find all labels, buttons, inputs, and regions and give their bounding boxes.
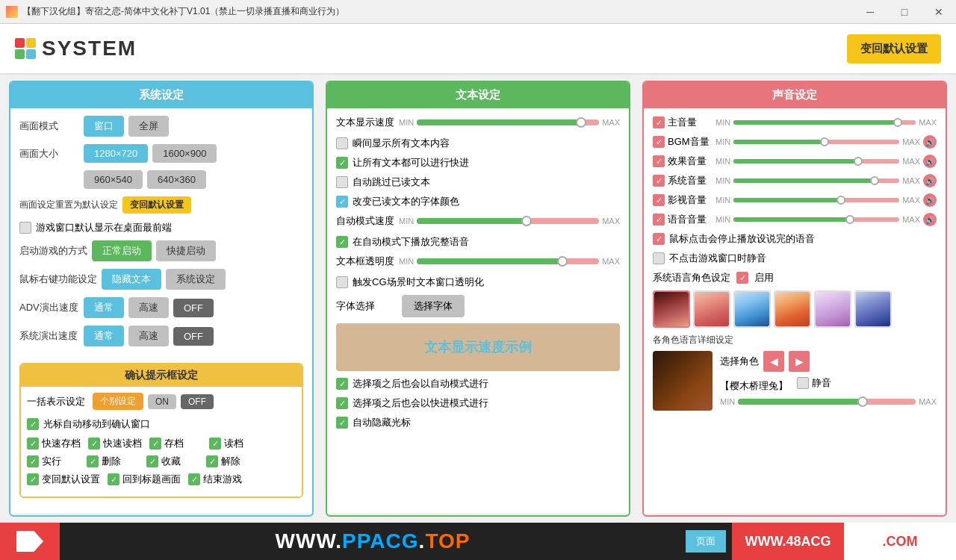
sfx-vol-checkbox[interactable]: ✓ (653, 155, 665, 167)
auto-cursor-label: 光标自动移动到确认窗口 (43, 417, 150, 431)
save-checkbox[interactable]: ✓ (149, 438, 161, 449)
dialog-off-button[interactable]: OFF (181, 394, 214, 409)
skip-checkbox[interactable]: ✓ (336, 157, 348, 169)
quick-start-button[interactable]: 快捷启动 (156, 240, 216, 261)
delete-checkbox[interactable]: ✓ (87, 455, 99, 467)
fav-checkbox[interactable]: ✓ (146, 455, 158, 467)
size-1600-button[interactable]: 1600×900 (152, 144, 217, 163)
hide-text-button[interactable]: 隐藏文本 (102, 269, 161, 290)
quit-checkbox[interactable]: ✓ (188, 473, 200, 485)
quickload-checkbox[interactable]: ✓ (88, 438, 100, 449)
adv-fast-button[interactable]: 高速 (128, 297, 169, 318)
char-mute-checkbox[interactable] (797, 377, 809, 389)
adv-normal-button[interactable]: 通常 (84, 297, 124, 318)
transparency-thumb[interactable] (557, 256, 568, 267)
full-voice-label: 在自动模式下播放完整语音 (353, 235, 469, 249)
sys-off-button[interactable]: OFF (173, 327, 214, 346)
fullscreen-button[interactable]: 全屏 (128, 116, 169, 137)
header-default-button[interactable]: 变回默认设置 (847, 34, 941, 63)
movie-vol-thumb[interactable] (836, 196, 845, 205)
transparency-track[interactable] (417, 258, 599, 264)
cg-transparent-checkbox[interactable] (336, 276, 348, 288)
avatar-5[interactable] (814, 290, 851, 328)
voice-vol-track[interactable] (733, 217, 899, 222)
text-speed-track[interactable] (417, 119, 599, 125)
title-checkbox[interactable]: ✓ (108, 473, 120, 485)
text-speed-thumb[interactable] (576, 117, 586, 128)
char-lang-enable-checkbox[interactable]: ✓ (736, 272, 748, 284)
master-vol-track[interactable] (733, 120, 916, 125)
movie-vol-checkbox[interactable]: ✓ (653, 194, 665, 206)
sys-fast-button[interactable]: 高速 (128, 326, 169, 346)
font-select-row: 字体选择 选择字体 (336, 295, 620, 317)
color-read-checkbox[interactable]: ✓ (336, 196, 348, 208)
hide-cursor-checkbox[interactable]: ✓ (336, 417, 348, 429)
char-lang-enable-label: 启用 (754, 271, 774, 284)
avatar-3[interactable] (733, 290, 771, 328)
minimize-button[interactable]: ─ (853, 0, 887, 24)
char-prev-button[interactable]: ◀ (763, 351, 784, 372)
avatar-2[interactable] (693, 290, 730, 328)
auto-skip-checkbox[interactable] (336, 176, 348, 188)
execute-checkbox[interactable]: ✓ (27, 455, 39, 467)
master-vol-row: ✓ 主音量 MIN MAX (653, 116, 937, 129)
movie-vol-track[interactable] (733, 198, 899, 202)
close-button[interactable]: ✕ (922, 0, 956, 24)
bgm-vol-row: ✓ BGM音量 MIN MAX 🔊 (653, 135, 937, 149)
instant-display-checkbox[interactable] (336, 137, 348, 149)
sys-speaker-icon[interactable]: 🔊 (923, 174, 937, 187)
sfx-vol-track[interactable] (733, 159, 899, 164)
avatar-1[interactable] (653, 290, 690, 328)
master-vol-checkbox[interactable]: ✓ (653, 116, 665, 128)
cancel-checkbox[interactable]: ✓ (206, 455, 218, 467)
page-button[interactable]: 页面 (686, 530, 726, 553)
screen-mode-label: 画面模式 (19, 119, 79, 133)
normal-start-button[interactable]: 正常启动 (92, 240, 152, 261)
voice-speaker-icon[interactable]: 🔊 (923, 213, 937, 226)
sys-vol-track[interactable] (733, 178, 899, 183)
size-640-button[interactable]: 640×360 (147, 170, 206, 189)
char-vol-track[interactable] (738, 399, 916, 405)
auto-mode-select-checkbox[interactable]: ✓ (336, 378, 348, 390)
voice-vol-checkbox[interactable]: ✓ (653, 214, 665, 225)
mute-bg-checkbox[interactable] (653, 252, 665, 264)
load-checkbox[interactable]: ✓ (209, 438, 221, 449)
custom-setting-button[interactable]: 个别设定 (93, 393, 143, 410)
maximize-button[interactable]: □ (887, 0, 922, 24)
movie-speaker-icon[interactable]: 🔊 (923, 193, 937, 207)
reset-default-button[interactable]: 变回默认设置 (122, 196, 191, 214)
adv-off-button[interactable]: OFF (173, 299, 214, 317)
avatar-6[interactable] (854, 290, 892, 328)
system-settings-body: 画面模式 窗口 全屏 画面大小 1280×720 1600×900 960×54… (10, 108, 312, 513)
full-voice-checkbox[interactable]: ✓ (336, 236, 348, 248)
bgm-vol-checkbox[interactable]: ✓ (653, 136, 665, 148)
size-1280-button[interactable]: 1280×720 (84, 144, 148, 163)
sys-normal-button[interactable]: 通常 (84, 326, 124, 346)
bgm-vol-thumb[interactable] (820, 137, 829, 146)
size-960-button[interactable]: 960×540 (84, 170, 143, 189)
sys-setting-button[interactable]: 系统设定 (166, 269, 226, 290)
font-select-button[interactable]: 选择字体 (402, 295, 465, 317)
footer-middle: WWW.PPACG.TOP (60, 529, 686, 553)
quicksave-checkbox[interactable]: ✓ (27, 438, 39, 449)
sys-vol-thumb[interactable] (870, 176, 879, 185)
char-vol-thumb[interactable] (857, 396, 868, 407)
sfx-vol-thumb[interactable] (854, 157, 863, 166)
auto-speed-thumb[interactable] (521, 216, 532, 226)
quick-mode-select-checkbox[interactable]: ✓ (336, 397, 348, 409)
voice-vol-thumb[interactable] (845, 215, 854, 224)
window-mode-button[interactable]: 窗口 (84, 116, 124, 137)
bgm-speaker-icon[interactable]: 🔊 (923, 135, 937, 149)
auto-cursor-checkbox[interactable]: ✓ (27, 418, 39, 430)
bgm-vol-track[interactable] (733, 140, 899, 144)
char-next-button[interactable]: ▶ (789, 351, 810, 372)
sys-vol-checkbox[interactable]: ✓ (653, 175, 665, 187)
dialog-on-button[interactable]: ON (148, 394, 176, 409)
avatar-4[interactable] (774, 290, 811, 328)
auto-speed-track[interactable] (417, 218, 599, 224)
master-vol-thumb[interactable] (893, 118, 902, 127)
default-checkbox[interactable]: ✓ (27, 473, 39, 485)
desktop-front-checkbox[interactable] (19, 222, 31, 234)
stop-voice-checkbox[interactable]: ✓ (653, 233, 665, 245)
sfx-speaker-icon[interactable]: 🔊 (923, 155, 937, 168)
